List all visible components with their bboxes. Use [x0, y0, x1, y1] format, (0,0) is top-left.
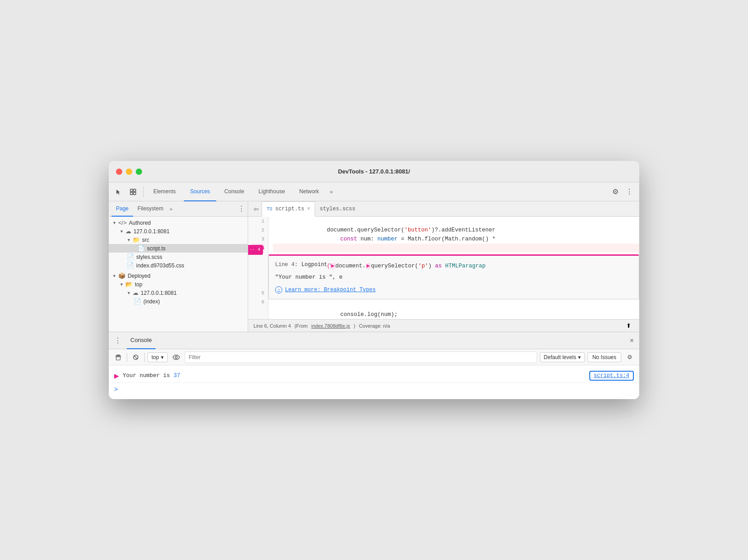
- tab-filesystem[interactable]: Filesystem: [133, 201, 168, 217]
- folder-plain-icon: 📂: [125, 281, 133, 288]
- maximize-button[interactable]: [136, 169, 142, 175]
- line-num-6: 6: [252, 298, 264, 307]
- code-line-6: });: [273, 310, 639, 319]
- source-file-link[interactable]: index.7808df6e.js: [312, 323, 350, 329]
- eye-icon-btn[interactable]: [170, 351, 182, 363]
- editor-tab-styles-scss[interactable]: styles.scss: [315, 201, 360, 217]
- more-options-icon[interactable]: ⋮: [623, 186, 636, 198]
- logpoint-input[interactable]: [275, 274, 632, 280]
- code-text: ): [428, 263, 435, 269]
- console-divider-1: [127, 353, 127, 362]
- css-file-icon: 📄: [127, 262, 134, 269]
- traffic-lights: [116, 169, 142, 175]
- code-line-1: document.querySelector('button')?.addEve…: [273, 217, 639, 226]
- tab-network[interactable]: Network: [293, 182, 325, 201]
- tree-label-top: top: [135, 281, 142, 288]
- filter-input[interactable]: [185, 351, 537, 363]
- code-line-2: const num: number = Math.floor(Math.rand…: [273, 226, 639, 235]
- line-num-lp2: [252, 262, 264, 271]
- main-content: Page Filesystem » ⋮ ▼ </> Authored ▼: [109, 201, 639, 332]
- tree-arrow-top: ▼: [120, 282, 124, 287]
- code-text: querySelector(: [371, 263, 418, 269]
- logpoint-input-area[interactable]: [275, 273, 632, 282]
- tree-label-deployed: Deployed: [128, 273, 151, 279]
- log-number: 37: [174, 373, 180, 379]
- status-paren-close: ): [354, 323, 356, 329]
- tab-sources[interactable]: Sources: [184, 182, 216, 201]
- svg-point-9: [175, 356, 177, 358]
- console-close-btn[interactable]: ×: [628, 335, 636, 347]
- context-selector[interactable]: top ▾: [147, 352, 168, 362]
- file-tree: ▼ </> Authored ▼ ☁ 127.0.0.1:8081 ▼ 📁: [109, 217, 248, 332]
- tree-arrow-authored: ▼: [112, 221, 117, 225]
- levels-selector[interactable]: Default levels ▾: [540, 352, 585, 362]
- tree-item-host2[interactable]: ▼ ☁ 127.0.0.1:8081: [109, 289, 248, 297]
- console-clear-btn[interactable]: [112, 351, 124, 363]
- tree-item-host1[interactable]: ▼ ☁ 127.0.0.1:8081: [109, 227, 248, 236]
- log-source-link[interactable]: script.ts:4: [589, 371, 634, 381]
- editor-tab-label-script: script.ts: [275, 206, 304, 212]
- tab-elements[interactable]: Elements: [147, 182, 182, 201]
- window-title: DevTools - 127.0.0.1:8081/: [338, 168, 410, 175]
- code-area[interactable]: 1 2 3 4 5 6: [248, 217, 639, 319]
- cursor-icon-btn[interactable]: [112, 186, 125, 198]
- more-tabs-btn[interactable]: »: [327, 189, 336, 195]
- console-log-row: ▶ Your number is 37 script.ts:4: [109, 369, 639, 383]
- close-button[interactable]: [116, 169, 122, 175]
- minimize-button[interactable]: [126, 169, 132, 175]
- no-issues-btn[interactable]: No Issues: [588, 352, 621, 362]
- tree-arrow-host1: ▼: [120, 229, 124, 234]
- eye-icon: [173, 355, 180, 360]
- line-num-5: 5: [252, 289, 264, 298]
- panel-dots-icon[interactable]: ⋮: [238, 204, 245, 213]
- tab-console[interactable]: Console: [218, 182, 250, 201]
- format-button[interactable]: ⬆: [623, 321, 634, 330]
- inspect-icon-btn[interactable]: [127, 186, 139, 198]
- svg-point-8: [173, 355, 179, 360]
- tab-lighthouse[interactable]: Lighthouse: [252, 182, 291, 201]
- logpoint-learn-more[interactable]: → Learn more: Breakpoint Types: [275, 285, 632, 294]
- editor-tabs: ⇦ TS script.ts × styles.scss: [248, 201, 639, 217]
- code-icon: </>: [118, 219, 127, 226]
- tree-item-src[interactable]: ▼ 📁 src: [109, 236, 248, 244]
- tree-arrow-deployed: ▼: [112, 274, 117, 278]
- line-num-3: 3: [252, 235, 264, 244]
- cursor-position: Line 6, Column 4: [254, 323, 291, 329]
- panel-more-icon[interactable]: »: [168, 206, 174, 212]
- code-string: 'p': [418, 263, 428, 269]
- left-panel: Page Filesystem » ⋮ ▼ </> Authored ▼: [109, 201, 248, 332]
- console-settings-btn[interactable]: ⚙: [624, 351, 636, 363]
- tree-item-styles-scss[interactable]: 📄 styles.scss: [109, 253, 248, 261]
- inspect-icon: [130, 189, 136, 195]
- code-line-3: const greet: string = 'Hello';: [273, 235, 639, 244]
- console-title: Console: [127, 332, 156, 349]
- devtools-window: DevTools - 127.0.0.1:8081/ Elements Sour…: [109, 161, 639, 399]
- line-num-2: 2: [252, 226, 264, 235]
- code-lines: document.querySelector('button')?.addEve…: [268, 217, 639, 319]
- editor-tab-close-script[interactable]: ×: [307, 206, 310, 212]
- status-bar: Line 6, Column 4 (From index.7808df6e.js…: [248, 319, 639, 332]
- settings-icon[interactable]: ⚙: [610, 186, 621, 198]
- editor-tab-label-styles: styles.scss: [320, 206, 355, 212]
- tree-item-script-ts[interactable]: 📄 script.ts: [109, 244, 248, 253]
- editor-back-btn[interactable]: ⇦: [251, 204, 262, 214]
- console-prompt-row: >: [109, 383, 639, 396]
- tree-item-index[interactable]: 📄 (index): [109, 297, 248, 306]
- logpoint-link-text: Learn more: Breakpoint Types: [285, 285, 376, 294]
- console-dots-icon[interactable]: ⋮: [112, 334, 123, 347]
- tab-page[interactable]: Page: [111, 201, 133, 217]
- tree-item-top[interactable]: ▼ 📂 top: [109, 280, 248, 289]
- tree-arrow-src: ▼: [127, 238, 131, 242]
- tree-label-host1: 127.0.0.1:8081: [134, 228, 169, 235]
- console-hide-network-btn[interactable]: [130, 351, 142, 363]
- tree-item-authored[interactable]: ▼ </> Authored: [109, 218, 248, 227]
- code-keyword: as: [435, 263, 442, 269]
- code-type: HTMLParagrap: [442, 263, 486, 269]
- console-panel: ⋮ Console ×: [109, 332, 639, 399]
- folder-icon-src: 📁: [133, 236, 140, 243]
- editor-tab-script-ts[interactable]: TS script.ts ×: [262, 201, 315, 217]
- tree-item-index-css[interactable]: 📄 index.d9703d55.css: [109, 261, 248, 270]
- code-line-5: console.log(num);: [273, 301, 639, 310]
- tree-item-deployed[interactable]: ▼ 📦 Deployed: [109, 271, 248, 280]
- ts-file-icon: 📄: [138, 245, 145, 252]
